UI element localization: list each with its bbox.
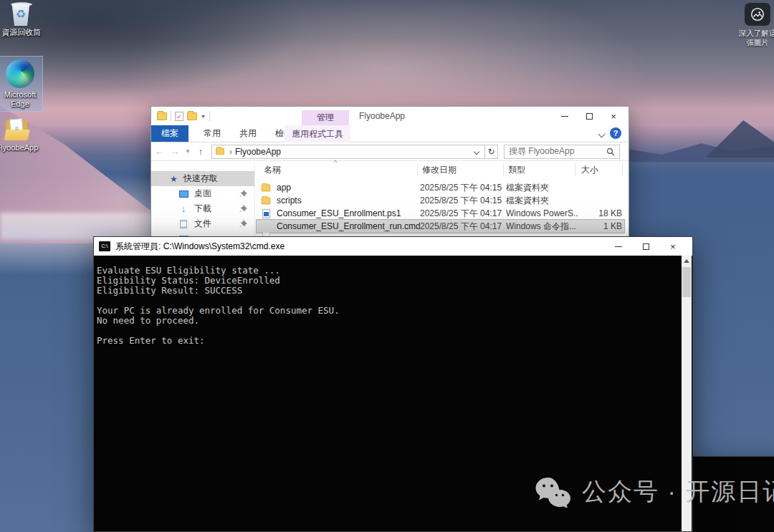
watermark-text: 公众号 · 开源日记 — [582, 475, 774, 508]
sidebar-item-quick-access[interactable]: ★ 快速存取 — [151, 171, 254, 186]
cmd-titlebar: C:\ 系統管理員: C:\Windows\System32\cmd.exe × — [94, 237, 692, 256]
visual-search-label: 深入了解這張圖片 — [737, 29, 774, 47]
column-header-date[interactable]: 修改日期 — [422, 161, 457, 178]
desktop-icon-label: FlyoobeApp — [0, 143, 38, 153]
open-folder-icon: ≡ — [4, 118, 30, 141]
wallpaper-mountain-peak — [706, 120, 774, 158]
desktop-icon-label: 資源回收筒 — [2, 28, 42, 37]
visual-search-button[interactable]: 深入了解這張圖片 — [737, 3, 774, 47]
tab-share[interactable]: 共用 — [230, 125, 266, 142]
maximize-button[interactable] — [577, 107, 601, 125]
scrollbar-thumb[interactable] — [682, 267, 691, 297]
properties-icon[interactable]: ✓ — [175, 112, 183, 121]
sort-ascending-icon: ^ — [334, 159, 337, 166]
file-row[interactable]: Consumer_ESU_Enrollment.ps1 2025/8/25 下午… — [257, 207, 624, 220]
document-icon — [180, 220, 187, 228]
tab-application-tools[interactable]: 應用程式工具 — [285, 125, 350, 142]
scroll-up-icon[interactable] — [682, 256, 692, 266]
pin-icon — [239, 220, 247, 228]
desktop-icon-flyoobe-app[interactable]: ≡ FlyoobeApp — [0, 118, 40, 153]
search-placeholder: 搜尋 FlyoobeApp — [509, 145, 606, 158]
new-folder-icon[interactable] — [187, 112, 197, 120]
pin-icon — [239, 190, 247, 198]
collapse-ribbon-icon[interactable] — [598, 131, 606, 138]
customize-toolbar-caret-icon[interactable]: ▼ — [201, 114, 206, 119]
tab-file[interactable]: 檔案 — [151, 125, 188, 142]
breadcrumb[interactable]: FlyoobeApp — [235, 147, 281, 157]
search-input[interactable]: 搜尋 FlyoobeApp — [504, 145, 620, 159]
recent-locations-caret-icon[interactable]: ▼ — [183, 148, 193, 155]
minimize-button[interactable] — [605, 237, 632, 256]
sidebar-item-downloads[interactable]: ↓ 下載 — [151, 201, 254, 216]
minimize-icon — [561, 116, 568, 117]
downloads-icon: ↓ — [178, 203, 188, 214]
sidebar-item-desktop[interactable]: 桌面 — [151, 186, 254, 201]
tab-home[interactable]: 常用 — [194, 125, 230, 142]
ribbon-tabs: 檔案 常用 共用 檢視 應用程式工具 ? — [151, 125, 629, 142]
desktop-icon-label: Microsoft Edge — [0, 90, 40, 109]
help-button[interactable]: ? — [610, 127, 621, 139]
maximize-icon — [586, 113, 593, 120]
back-button[interactable]: ← — [151, 146, 167, 157]
file-row-selected[interactable]: Consumer_ESU_Enrollment_run.cmd 2025/8/2… — [257, 220, 624, 233]
window-folder-icon — [157, 112, 167, 120]
desktop-icon — [179, 190, 188, 198]
desktop: ♻ 資源回收筒 Microsoft Edge ≡ FlyoobeApp 深入了解… — [0, 0, 774, 532]
minimize-button[interactable] — [553, 107, 577, 125]
wechat-icon — [534, 476, 571, 508]
breadcrumb-separator: › — [229, 147, 232, 157]
minimize-icon — [615, 246, 622, 247]
column-header-name[interactable]: 名稱 — [264, 161, 281, 178]
window-title: FlyoobeApp — [359, 111, 405, 121]
close-button[interactable]: × — [601, 107, 626, 125]
address-folder-icon — [216, 148, 224, 155]
up-button[interactable]: ↑ — [193, 146, 209, 157]
column-header-size[interactable]: 大小 — [581, 161, 598, 178]
close-button[interactable]: × — [659, 237, 687, 256]
address-bar[interactable]: › FlyoobeApp — [211, 145, 485, 159]
file-row[interactable]: app 2025/8/25 下午 04:15 檔案資料夾 — [257, 181, 624, 194]
watermark: 公众号 · 开源日记 — [534, 475, 774, 508]
maximize-button[interactable] — [632, 237, 659, 256]
file-row[interactable]: scripts 2025/8/25 下午 04:15 檔案資料夾 — [257, 194, 624, 207]
recycle-bin-icon: ♻ — [11, 2, 32, 26]
folder-icon — [262, 197, 271, 204]
search-icon — [606, 147, 615, 156]
folder-icon — [262, 184, 271, 191]
desktop-icon-microsoft-edge[interactable]: Microsoft Edge — [0, 56, 43, 112]
desktop-icon-recycle-bin[interactable]: ♻ 資源回收筒 — [0, 2, 44, 37]
powershell-file-icon — [262, 209, 270, 218]
edge-logo-icon — [6, 59, 34, 88]
image-search-icon — [745, 3, 770, 26]
address-dropdown-icon[interactable] — [474, 148, 479, 154]
pin-icon — [239, 205, 247, 213]
cmd-window-title: 系統管理員: C:\Windows\System32\cmd.exe — [115, 241, 285, 253]
cmd-window-controls: × — [605, 237, 687, 256]
cmd-icon: C:\ — [99, 241, 110, 251]
column-header-type[interactable]: 類型 — [508, 161, 525, 178]
window-controls: × — [553, 107, 626, 125]
sidebar-item-documents[interactable]: 文件 — [151, 216, 254, 231]
tab-manage[interactable]: 管理 — [302, 110, 349, 125]
explorer-titlebar: ✓ ▼ 管理 FlyoobeApp × — [151, 107, 629, 125]
refresh-button[interactable]: ↻ — [485, 145, 498, 159]
navigation-bar: ← → ▼ ↑ › FlyoobeApp ↻ 搜尋 FlyoobeApp — [151, 142, 629, 161]
console-text: Evaluate ESU Eligibility state ... Eligi… — [95, 256, 682, 346]
maximize-icon — [643, 243, 649, 250]
quick-access-star-icon: ★ — [170, 174, 178, 184]
quick-access-toolbar: ✓ ▼ — [151, 111, 210, 121]
forward-button[interactable]: → — [167, 146, 183, 157]
